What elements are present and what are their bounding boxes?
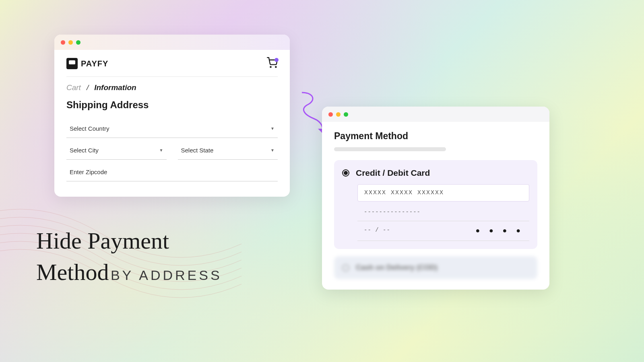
zipcode-input[interactable]: Enter Zipcode <box>66 163 278 181</box>
country-placeholder: Select Country <box>70 125 109 132</box>
breadcrumb-information: Information <box>94 83 136 92</box>
payfy-logo: PAYFY <box>66 58 108 69</box>
country-select[interactable]: Select Country ▼ <box>66 119 278 138</box>
card-name-input[interactable]: --------------- <box>357 203 529 221</box>
cart-icon[interactable] <box>266 57 278 70</box>
svg-point-0 <box>270 66 271 67</box>
radio-cod <box>342 264 349 272</box>
window-traffic-lights <box>322 107 549 122</box>
shipping-title: Shipping Address <box>66 99 278 111</box>
card-number-input[interactable]: XXXXX XXXXX XXXXXX <box>357 184 529 202</box>
close-dot[interactable] <box>61 40 65 45</box>
tagline-line2: Method <box>36 259 109 285</box>
state-select[interactable]: Select State ▼ <box>178 141 278 160</box>
close-dot[interactable] <box>328 112 333 117</box>
cart-badge <box>275 58 279 62</box>
card-expiry-input[interactable]: -- / -- <box>364 227 390 235</box>
shipping-window: PAYFY Cart / Information Shipping Addres… <box>54 35 290 197</box>
breadcrumb: Cart / Information <box>66 83 278 92</box>
payment-window: Payment Method Credit / Debit Card XXXXX… <box>322 107 549 290</box>
window-traffic-lights <box>54 35 290 50</box>
state-placeholder: Select State <box>181 147 214 154</box>
tagline-line1: Hide Payment <box>36 225 222 257</box>
tagline-suffix: BY ADDRESS <box>111 267 222 283</box>
card-label: Credit / Debit Card <box>356 168 430 178</box>
radio-card[interactable] <box>342 169 349 177</box>
chevron-down-icon: ▼ <box>270 148 275 152</box>
progress-bar <box>334 147 446 151</box>
logo-icon <box>66 58 78 69</box>
tagline: Hide Payment Method BY ADDRESS <box>36 225 222 288</box>
chevron-down-icon: ▼ <box>270 126 275 131</box>
breadcrumb-cart[interactable]: Cart <box>66 83 81 92</box>
payment-option-cod-hidden: Cash on Delivery (COD) <box>334 256 537 279</box>
logo-text: PAYFY <box>81 59 108 68</box>
city-placeholder: Select City <box>70 147 99 154</box>
minimize-dot[interactable] <box>68 40 73 45</box>
breadcrumb-sep: / <box>87 83 89 92</box>
card-cvv-input[interactable]: ● ● ● ● <box>475 227 523 235</box>
cod-label: Cash on Delivery (COD) <box>356 263 438 272</box>
svg-point-1 <box>275 66 276 67</box>
maximize-dot[interactable] <box>344 112 348 117</box>
city-select[interactable]: Select City ▼ <box>66 141 167 160</box>
payment-title: Payment Method <box>334 131 537 142</box>
payment-option-card[interactable]: Credit / Debit Card XXXXX XXXXX XXXXXX -… <box>334 160 537 249</box>
maximize-dot[interactable] <box>76 40 80 45</box>
chevron-down-icon: ▼ <box>159 148 163 152</box>
minimize-dot[interactable] <box>336 112 341 117</box>
zipcode-placeholder: Enter Zipcode <box>70 169 107 175</box>
